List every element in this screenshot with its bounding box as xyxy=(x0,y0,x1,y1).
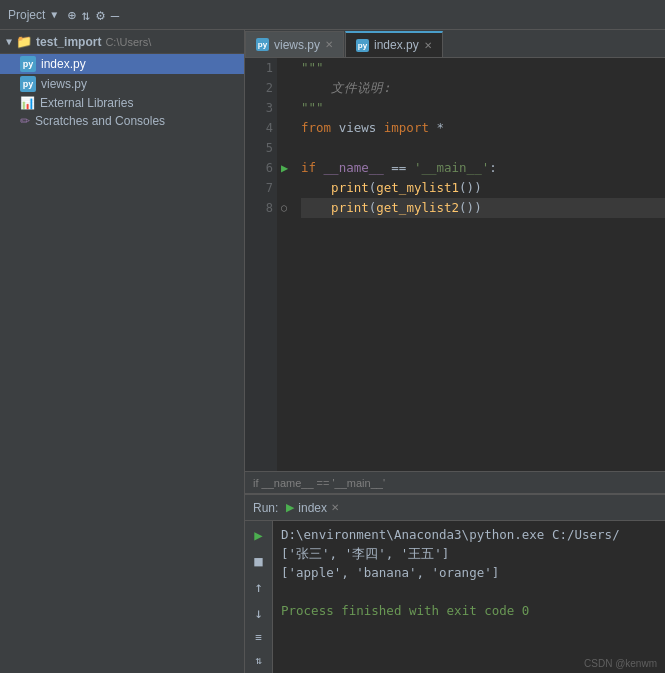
gear-icon[interactable]: ⚙ xyxy=(96,7,104,23)
output-line-list1: ['张三', '李四', '王五'] xyxy=(281,544,657,563)
run-tab-close-icon[interactable]: ✕ xyxy=(331,502,339,513)
tab-close-icon[interactable]: ✕ xyxy=(424,40,432,51)
line-num-8: 8 xyxy=(249,198,273,218)
sidebar-item-label: views.py xyxy=(41,77,87,91)
run-label: Run: xyxy=(253,501,278,515)
app-window: Project ▼ ⊕ ⇅ ⚙ — ▼ 📁 test_import C:\Use… xyxy=(0,0,665,673)
project-folder-icon: 📁 xyxy=(16,34,32,49)
code-token xyxy=(301,178,331,198)
run-button[interactable]: ▶ xyxy=(252,525,264,545)
finished-text: finished xyxy=(341,603,401,618)
sidebar-item-external-libraries[interactable]: 📊 External Libraries xyxy=(0,94,244,112)
code-token: == xyxy=(384,158,414,178)
sidebar-item-views-py[interactable]: py views.py xyxy=(0,74,244,94)
code-token: ( xyxy=(369,198,377,218)
code-token: get_mylist1 xyxy=(376,178,459,198)
tab-label: index.py xyxy=(374,38,419,52)
code-token: : xyxy=(489,158,497,178)
run-tab-icon: ▶ xyxy=(286,501,294,514)
project-path: C:\Users\ xyxy=(105,36,151,48)
line-num-6: 6 xyxy=(249,158,273,178)
code-token: __name__ xyxy=(324,158,384,178)
output-line-cmd: D:\environment\Anaconda3\python.exe C:/U… xyxy=(281,525,657,544)
line-num-7: 7 xyxy=(249,178,273,198)
code-line-3: """ xyxy=(301,98,665,118)
tab-index-py[interactable]: py index.py ✕ xyxy=(345,31,443,57)
add-icon[interactable]: ⊕ xyxy=(67,7,75,23)
panel-content-area: ▶ ■ ↑ ↓ ≡ ⇅ ⇈ D:\environment\Anaconda3\p… xyxy=(245,521,665,673)
sidebar-item-scratches[interactable]: ✏ Scratches and Consoles xyxy=(0,112,244,130)
tab-py-icon: py xyxy=(256,38,269,51)
code-token: ()) xyxy=(459,198,482,218)
code-token xyxy=(301,198,331,218)
line-numbers: 1 2 3 4 5 6 7 8 xyxy=(245,58,277,471)
code-token: * xyxy=(429,118,444,138)
line-num-2: 2 xyxy=(249,78,273,98)
code-token: print xyxy=(331,178,369,198)
python-file-icon: py xyxy=(20,56,36,72)
project-dropdown-icon[interactable]: ▼ xyxy=(51,9,57,20)
code-token: '__main__' xyxy=(414,158,489,178)
main-layout: ▼ 📁 test_import C:\Users\ py index.py py… xyxy=(0,30,665,673)
code-token: print xyxy=(331,198,369,218)
python-file-icon: py xyxy=(20,76,36,92)
code-token: 文件说明: xyxy=(301,78,391,98)
breakpoint-icon[interactable]: ○ xyxy=(281,198,287,218)
run-tab-label: index xyxy=(298,501,327,515)
line-num-4: 4 xyxy=(249,118,273,138)
sidebar-item-label: External Libraries xyxy=(40,96,133,110)
output-line-process: Process finished with exit code 0 xyxy=(281,601,657,620)
tab-views-py[interactable]: py views.py ✕ xyxy=(245,31,344,57)
watermark: CSDN @kenwm xyxy=(584,658,657,669)
code-line-6: ▶ if __name__ == '__main__' : xyxy=(301,158,665,178)
editor-statusbar: if __name__ == '__main__' xyxy=(245,471,665,493)
code-line-7: print ( get_mylist1 ()) xyxy=(301,178,665,198)
sync-icon[interactable]: ⇅ xyxy=(82,7,90,23)
minimize-icon[interactable]: — xyxy=(111,7,119,23)
code-token: """ xyxy=(301,98,324,118)
project-name: test_import xyxy=(36,35,101,49)
panel-toolbar: ▶ ■ ↑ ↓ ≡ ⇅ ⇈ xyxy=(245,521,273,673)
code-lines-container[interactable]: """ 文件说明: """ from vie xyxy=(277,58,665,471)
sidebar: ▼ 📁 test_import C:\Users\ py index.py py… xyxy=(0,30,245,673)
pin-button[interactable]: ⇅ xyxy=(253,652,264,669)
output-line-blank xyxy=(281,582,657,601)
run-gutter-icon[interactable]: ▶ xyxy=(281,158,288,178)
code-line-5 xyxy=(301,138,665,158)
code-line-2: 文件说明: xyxy=(301,78,665,98)
line-num-3: 3 xyxy=(249,98,273,118)
code-token: get_mylist2 xyxy=(376,198,459,218)
sidebar-file-tree: py index.py py views.py 📊 External Libra… xyxy=(0,54,244,673)
panel-tabs: Run: ▶ index ✕ xyxy=(245,495,665,521)
code-token: ()) xyxy=(459,178,482,198)
code-line-8: ○ print ( get_mylist2 ()) xyxy=(301,198,665,218)
code-content: 1 2 3 4 5 6 7 8 """ xyxy=(245,58,665,471)
tab-close-icon[interactable]: ✕ xyxy=(325,39,333,50)
code-token: ( xyxy=(369,178,377,198)
sidebar-item-label: Scratches and Consoles xyxy=(35,114,165,128)
code-token: """ xyxy=(301,58,324,78)
tab-py-icon: py xyxy=(356,39,369,52)
scratches-icon: ✏ xyxy=(20,114,30,128)
wrap-button[interactable]: ≡ xyxy=(253,629,264,646)
output-line-list2: ['apple', 'banana', 'orange'] xyxy=(281,563,657,582)
scroll-up-button[interactable]: ↓ xyxy=(252,603,264,623)
code-token: if xyxy=(301,158,316,178)
run-tab-index[interactable]: ▶ index ✕ xyxy=(286,501,339,515)
library-icon: 📊 xyxy=(20,96,35,110)
top-toolbar: Project ▼ ⊕ ⇅ ⚙ — xyxy=(0,0,665,30)
code-token: views xyxy=(331,118,384,138)
code-token xyxy=(316,158,324,178)
project-tree-header[interactable]: ▼ 📁 test_import C:\Users\ xyxy=(0,30,244,54)
tab-label: views.py xyxy=(274,38,320,52)
code-line-1: """ xyxy=(301,58,665,78)
editor-tabs: py views.py ✕ py index.py ✕ xyxy=(245,30,665,58)
code-editor: 1 2 3 4 5 6 7 8 """ xyxy=(245,58,665,493)
panel-output: D:\environment\Anaconda3\python.exe C:/U… xyxy=(273,521,665,673)
sidebar-item-index-py[interactable]: py index.py xyxy=(0,54,244,74)
rerun-button[interactable]: ↑ xyxy=(252,577,264,597)
code-line-4: from views import * xyxy=(301,118,665,138)
editor-section: py views.py ✕ py index.py ✕ 1 2 3 xyxy=(245,30,665,673)
run-panel: Run: ▶ index ✕ ▶ ■ ↑ ↓ ≡ ⇅ xyxy=(245,493,665,673)
stop-button[interactable]: ■ xyxy=(252,551,264,571)
